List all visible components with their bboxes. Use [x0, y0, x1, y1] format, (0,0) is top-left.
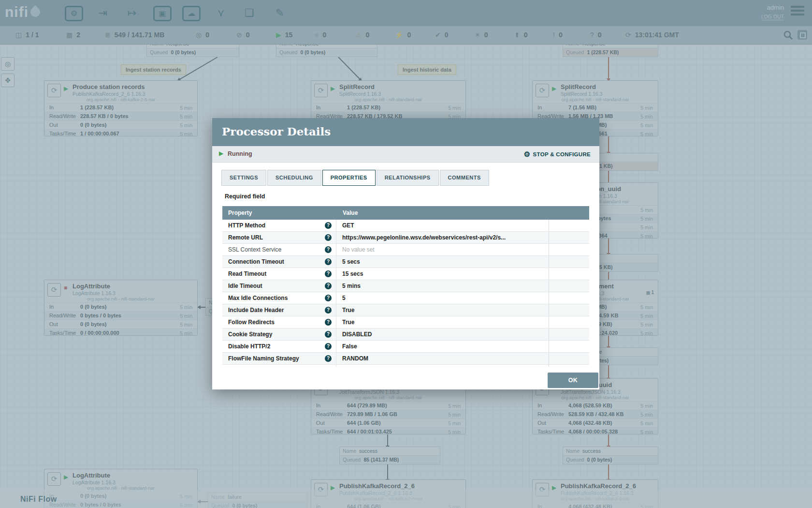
property-value-cell: 5	[336, 292, 549, 304]
property-name-cell: FlowFile Naming Strategy?	[222, 353, 336, 364]
property-name: HTTP Method	[228, 222, 265, 229]
gutter-cell	[549, 316, 589, 328]
property-value-cell: GET	[336, 220, 549, 231]
help-icon[interactable]: ?	[325, 295, 332, 301]
properties-table-header: Property Value	[222, 206, 589, 220]
property-row: Follow Redirects?True	[222, 316, 589, 329]
tab-settings[interactable]: SETTINGS	[221, 170, 266, 186]
help-icon[interactable]: ?	[325, 258, 332, 265]
required-field-note: Required field	[225, 193, 265, 200]
property-value: 5 mins	[342, 283, 361, 289]
property-column-header: Property	[222, 206, 336, 220]
property-row: Remote URL?https://www.pegelonline.wsv.d…	[222, 232, 589, 244]
property-name-cell: Follow Redirects?	[222, 316, 336, 328]
property-name-cell: Include Date Header?	[222, 304, 336, 316]
property-row: Attributes to Send?No value set	[222, 365, 589, 367]
property-row: HTTP Method?GET	[222, 220, 589, 232]
dialog-title: Processor Details	[222, 125, 331, 138]
property-row: Connection Timeout?5 secs	[222, 256, 589, 268]
value-column-header: Value	[336, 206, 549, 220]
gutter-cell	[549, 280, 589, 292]
property-row: Include Date Header?True	[222, 304, 589, 316]
property-name: SSL Context Service	[228, 246, 281, 253]
stop-and-configure-button[interactable]: ⚙STOP & CONFIGURE	[524, 146, 591, 163]
gutter-cell	[549, 365, 589, 367]
property-name: FlowFile Naming Strategy	[228, 355, 299, 362]
property-name-cell: Cookie Strategy?	[222, 329, 336, 340]
property-name: Disable HTTP/2	[228, 343, 270, 350]
gutter-cell	[549, 268, 589, 280]
tab-comments[interactable]: COMMENTS	[440, 170, 489, 186]
property-name-cell: Disable HTTP/2?	[222, 341, 336, 352]
property-value: No value set	[342, 246, 375, 253]
property-name-cell: Attributes to Send?	[222, 365, 336, 367]
property-value: 5 secs	[342, 258, 360, 265]
gutter-column-header	[549, 206, 589, 220]
dialog-tabs: SETTINGS SCHEDULING PROPERTIES RELATIONS…	[221, 170, 489, 186]
property-row: Cookie Strategy?DISABLED	[222, 329, 589, 341]
property-row: FlowFile Naming Strategy?RANDOM	[222, 353, 589, 365]
property-value-cell: True	[336, 316, 549, 328]
property-value-cell: No value set	[336, 365, 549, 367]
tab-relationships[interactable]: RELATIONSHIPS	[377, 170, 439, 186]
property-value: 15 secs	[342, 270, 363, 277]
gutter-cell	[549, 304, 589, 316]
property-name: Remote URL	[228, 234, 263, 241]
help-icon[interactable]: ?	[325, 307, 332, 314]
help-icon[interactable]: ?	[325, 246, 332, 253]
property-value-cell: 5 secs	[336, 256, 549, 268]
property-name: Include Date Header	[228, 307, 284, 314]
property-value: True	[342, 307, 354, 314]
property-value: 5	[342, 295, 346, 301]
property-value-cell: 5 mins	[336, 280, 549, 292]
property-value-cell: False	[336, 341, 549, 352]
property-value: True	[342, 319, 354, 326]
gutter-cell	[549, 256, 589, 268]
property-name: Max Idle Connections	[228, 295, 288, 301]
ok-button[interactable]: OK	[548, 373, 598, 388]
property-name-cell: Idle Timeout?	[222, 280, 336, 292]
property-value-cell: RANDOM	[336, 353, 549, 364]
gutter-cell	[549, 341, 589, 352]
property-row: Disable HTTP/2?False	[222, 341, 589, 353]
property-name: Idle Timeout	[228, 283, 262, 289]
property-name-cell: Connection Timeout?	[222, 256, 336, 268]
property-value: https://www.pegelonline.wsv.de/webservic…	[342, 234, 506, 241]
running-state-label: Running	[228, 146, 252, 162]
property-value-cell: https://www.pegelonline.wsv.de/webservic…	[336, 232, 549, 243]
help-icon[interactable]: ?	[325, 331, 332, 338]
help-icon[interactable]: ?	[325, 222, 332, 229]
help-icon[interactable]: ?	[325, 343, 332, 350]
property-value-cell: No value set	[336, 244, 549, 255]
property-row: SSL Context Service?No value set	[222, 244, 589, 256]
property-value-cell: True	[336, 304, 549, 316]
property-value: DISABLED	[342, 331, 372, 338]
gutter-cell	[549, 232, 589, 243]
property-name-cell: Read Timeout?	[222, 268, 336, 280]
properties-table: Property Value HTTP Method?GETRemote URL…	[222, 206, 589, 367]
help-icon[interactable]: ?	[325, 319, 332, 326]
gutter-cell	[549, 244, 589, 255]
help-icon[interactable]: ?	[325, 355, 332, 362]
gutter-cell	[549, 353, 589, 364]
gutter-cell	[549, 292, 589, 304]
property-value-cell: 15 secs	[336, 268, 549, 280]
property-name-cell: HTTP Method?	[222, 220, 336, 231]
gutter-cell	[549, 329, 589, 340]
gear-icon: ⚙	[524, 150, 531, 158]
help-icon[interactable]: ?	[325, 270, 332, 277]
tab-properties[interactable]: PROPERTIES	[322, 170, 376, 186]
dialog-status-row: ▶ Running ⚙STOP & CONFIGURE	[212, 146, 599, 163]
help-icon[interactable]: ?	[325, 234, 332, 241]
property-name: Follow Redirects	[228, 319, 275, 326]
property-row: Max Idle Connections?5	[222, 292, 589, 304]
help-icon[interactable]: ?	[325, 283, 332, 289]
property-value-cell: DISABLED	[336, 329, 549, 340]
property-name: Cookie Strategy	[228, 331, 272, 338]
property-value: RANDOM	[342, 355, 368, 362]
processor-details-dialog: Processor Details ▶ Running ⚙STOP & CONF…	[212, 118, 599, 389]
tab-scheduling[interactable]: SCHEDULING	[267, 170, 321, 186]
property-row: Read Timeout?15 secs	[222, 268, 589, 280]
dialog-header: Processor Details	[212, 118, 599, 146]
running-state-icon: ▶	[219, 150, 223, 157]
